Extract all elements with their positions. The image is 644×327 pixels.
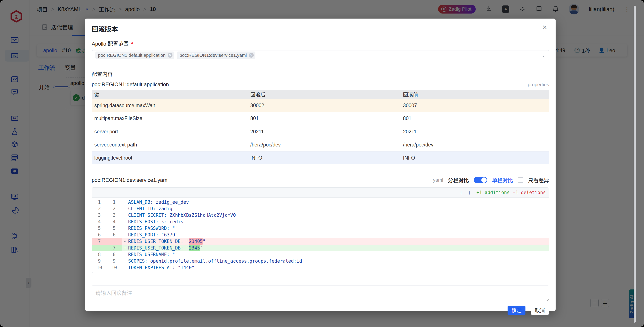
yaml-format-badge: yaml (433, 177, 443, 183)
col-key: 键 (92, 90, 248, 99)
properties-namespace-row: poc:REGION1:default:application properti… (92, 82, 549, 88)
page-scrollbar[interactable] (634, 6, 636, 323)
scope-multiselect[interactable]: poc:REGION1:default:application ✕ poc:RE… (92, 50, 549, 60)
table-row: multipart.maxFileSize801801 (92, 112, 549, 125)
namespace-format-badge: properties (528, 82, 549, 88)
yaml-diff-panel: ↓ ↑ +1 additions-1 deletions 11ASLAN_DB:… (92, 187, 549, 273)
app-window: PM 80 › 项目 > K8sYAML ▼ > 工作流 > apollo > … (0, 0, 644, 327)
table-row: server.context-path/hera/poc/dev/hera/po… (92, 138, 549, 151)
diff-line-deleted: 7-REDIS_USER_TOKEN_DB: "23405" (92, 238, 549, 245)
dialog-footer: 确定 取消 (92, 306, 549, 315)
col-after: 回滚后 (248, 90, 400, 99)
single-view-label: 单栏对比 (492, 176, 513, 184)
diff-line-added: 7+REDIS_USER_TOKEN_DB: "2345" (92, 245, 549, 251)
diff-code: 11ASLAN_DB: zadig_ee_dev 22CLIENT_ID: za… (92, 198, 549, 273)
toggle-knob (481, 178, 486, 183)
required-dot (131, 42, 133, 44)
cancel-button[interactable]: 取消 (531, 306, 549, 315)
tag-remove-icon[interactable]: ✕ (249, 53, 254, 58)
diff-line: 55REDIS_PASSWORD: "" (92, 225, 549, 232)
diff-line: 1010TOKEN_EXPIRES_AT: "1440" (92, 264, 549, 271)
next-diff-icon[interactable]: ↓ (460, 190, 462, 196)
diff-line: 44REDIS_HOST: kr-redis (92, 218, 549, 225)
config-diff-table: 键 回滚后 回滚前 spring.datasource.maxWait30002… (92, 90, 549, 164)
diff-counters: +1 additions-1 deletions (476, 190, 546, 195)
col-before: 回滚前 (400, 90, 549, 99)
diff-line: 11ASLAN_DB: zadig_ee_dev (92, 199, 549, 206)
scope-field-label: Apollo 配置范围 (92, 40, 549, 47)
rollback-remark-input[interactable] (92, 286, 549, 301)
confirm-button[interactable]: 确定 (508, 306, 526, 315)
diff-line: 66REDIS_PORT: "6379" (92, 232, 549, 238)
dialog-close-button[interactable]: ✕ (541, 24, 548, 32)
table-row: logging.level.rootINFOINFO (92, 151, 549, 164)
table-row: server.port2021120211 (92, 125, 549, 138)
diff-only-label: 只看差异 (528, 176, 549, 184)
table-header-row: 键 回滚后 回滚前 (92, 90, 549, 99)
table-row: spring.datasource.maxWait3000230007 (92, 99, 549, 112)
yaml-file-name: poc:REGION1:dev:service1.yaml (92, 177, 168, 183)
namespace-name: poc:REGION1:default:application (92, 82, 169, 88)
scope-tag: poc:REGION1:dev:service1.yaml ✕ (177, 52, 256, 59)
diff-only-checkbox[interactable] (518, 177, 523, 183)
diff-line: 99SCOPES: openid,profile,email,offline_a… (92, 258, 549, 264)
diff-toolbar: ↓ ↑ +1 additions-1 deletions (92, 188, 549, 198)
rollback-dialog: 回滚版本 ✕ Apollo 配置范围 poc:REGION1:default:a… (85, 18, 556, 311)
scope-tag: poc:REGION1:default:application ✕ (96, 52, 174, 59)
split-view-label: 分栏对比 (448, 176, 469, 184)
diff-line: 33CLIENT_SECRET: ZXhhbXBsZS1hcHAtc2VjcmV… (92, 212, 549, 218)
additions-count: +1 additions (476, 190, 510, 195)
diff-line: 22CLIENT_ID: zadig (92, 206, 549, 212)
diff-line: 88REDIS_USERNAME: "" (92, 251, 549, 258)
chevron-down-icon: ⌄ (541, 52, 546, 58)
yaml-section-header: poc:REGION1:dev:service1.yaml yaml 分栏对比 … (92, 176, 549, 184)
tag-remove-icon[interactable]: ✕ (168, 53, 172, 58)
view-mode-toggle[interactable] (474, 177, 487, 183)
content-section-label: 配置内容 (92, 70, 549, 78)
dialog-title: 回滚版本 (92, 22, 549, 34)
prev-diff-icon[interactable]: ↑ (468, 190, 471, 196)
deletions-count: -1 deletions (512, 190, 546, 195)
